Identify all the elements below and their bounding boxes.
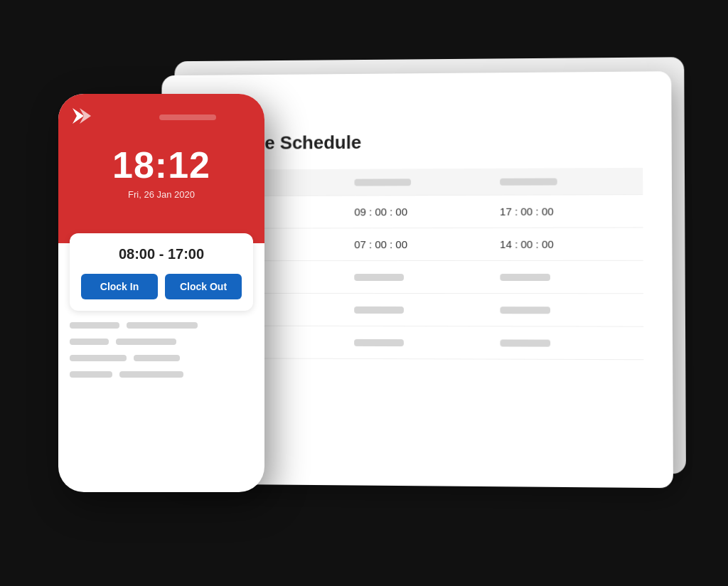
mobile-time: 18:12 — [112, 144, 210, 186]
shift-time-display: 08:00 - 17:00 — [81, 246, 242, 262]
mobile-card: 18:12 Fri, 26 Jan 2020 08:00 - 17:00 Clo… — [58, 94, 264, 492]
mobile-list — [58, 311, 264, 378]
list-item — [70, 339, 253, 345]
list-bar-4a — [70, 371, 112, 378]
scene: Employee Schedule Office Hour09 : 00 : 0… — [58, 51, 670, 535]
list-bar-4b — [119, 371, 183, 378]
list-bar-3a — [70, 355, 127, 361]
clock-in-button[interactable]: Clock In — [81, 274, 158, 299]
placeholder-bar — [354, 274, 404, 281]
cell-end — [491, 294, 643, 327]
clock-out-button[interactable]: Clock Out — [165, 274, 242, 299]
mobile-top-bar — [73, 108, 250, 127]
placeholder-bar — [354, 307, 404, 314]
placeholder-bar — [500, 274, 550, 281]
header-placeholder-2 — [354, 179, 411, 186]
cell-end: 17 : 00 : 00 — [491, 195, 643, 228]
header-placeholder-3 — [500, 178, 557, 185]
col-header-start — [346, 169, 491, 196]
mobile-body: 08:00 - 17:00 Clock In Clock Out — [58, 243, 264, 311]
placeholder-bar — [500, 307, 550, 314]
cell-start — [346, 260, 491, 293]
col-header-end — [491, 168, 643, 195]
placeholder-bar — [500, 339, 550, 346]
mobile-header: 18:12 Fri, 26 Jan 2020 — [58, 94, 264, 243]
clock-buttons-container: Clock In Clock Out — [81, 274, 242, 299]
cell-start — [346, 326, 491, 359]
mobile-notch — [159, 114, 216, 120]
cell-start: 07 : 00 : 00 — [346, 228, 491, 260]
placeholder-bar — [354, 339, 404, 346]
cell-end — [491, 260, 643, 293]
mobile-logo — [73, 108, 91, 127]
list-bar-3b — [134, 355, 180, 361]
list-bar-1a — [70, 322, 119, 329]
list-bar-2a — [70, 339, 109, 345]
mobile-shift-card: 08:00 - 17:00 Clock In Clock Out — [70, 233, 253, 311]
cell-start — [346, 293, 491, 326]
list-item — [70, 371, 253, 378]
list-item — [70, 355, 253, 361]
mobile-date: Fri, 26 Jan 2020 — [128, 189, 195, 200]
list-bar-1b — [127, 322, 198, 329]
cell-start: 09 : 00 : 00 — [346, 195, 491, 228]
cell-end: 14 : 00 : 00 — [491, 228, 643, 261]
list-item — [70, 322, 253, 329]
cell-end — [491, 326, 643, 360]
list-bar-2b — [116, 339, 176, 345]
